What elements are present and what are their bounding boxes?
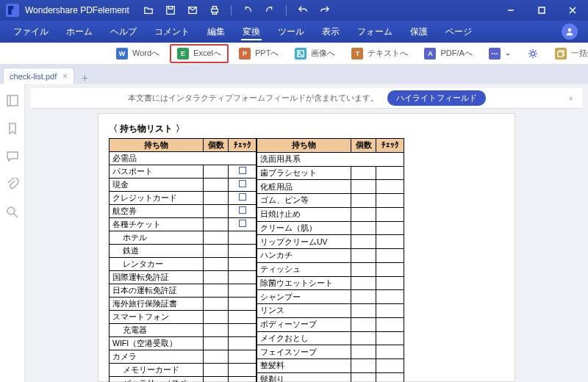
check-cell[interactable] xyxy=(229,284,257,298)
quantity-cell[interactable] xyxy=(204,231,229,245)
check-cell[interactable] xyxy=(376,276,404,290)
close-tab-icon[interactable]: × xyxy=(62,71,68,82)
ribbon-image[interactable]: 画像へ xyxy=(289,46,341,62)
check-cell[interactable] xyxy=(376,235,404,249)
menu-ヘルプ[interactable]: ヘルプ xyxy=(101,23,146,41)
checkbox-icon[interactable] xyxy=(239,206,246,214)
bookmark-icon[interactable] xyxy=(6,122,19,135)
avatar[interactable] xyxy=(562,24,578,40)
menu-ホーム[interactable]: ホーム xyxy=(57,23,101,41)
check-cell[interactable] xyxy=(376,207,404,221)
check-cell[interactable] xyxy=(229,165,257,179)
redo2-icon[interactable] xyxy=(319,4,331,16)
menu-ツール[interactable]: ツール xyxy=(269,23,313,41)
check-cell[interactable] xyxy=(376,262,404,276)
print-icon[interactable] xyxy=(209,4,220,16)
undo-icon[interactable] xyxy=(242,4,254,16)
check-cell[interactable] xyxy=(229,218,257,231)
thumbnails-icon[interactable] xyxy=(6,94,19,107)
maximize-button[interactable] xyxy=(526,0,557,21)
quantity-cell[interactable] xyxy=(204,245,229,258)
mail-icon[interactable] xyxy=(187,4,198,16)
quantity-cell[interactable] xyxy=(204,364,229,377)
check-cell[interactable] xyxy=(376,304,404,318)
quantity-cell[interactable] xyxy=(204,284,229,298)
checkbox-icon[interactable] xyxy=(239,193,246,201)
quantity-cell[interactable] xyxy=(351,166,376,180)
quantity-cell[interactable] xyxy=(204,165,229,179)
check-cell[interactable] xyxy=(376,194,404,208)
check-cell[interactable] xyxy=(229,205,257,218)
quantity-cell[interactable] xyxy=(351,249,376,263)
check-cell[interactable] xyxy=(229,245,257,258)
check-cell[interactable] xyxy=(229,364,257,377)
menu-ページ[interactable]: ページ xyxy=(437,23,481,41)
ribbon-other[interactable] xyxy=(483,46,517,62)
menu-表示[interactable]: 表示 xyxy=(313,23,348,41)
ribbon-pdfa[interactable]: APDF/Aへ xyxy=(418,46,478,62)
quantity-cell[interactable] xyxy=(351,180,376,194)
check-cell[interactable] xyxy=(229,298,257,311)
check-cell[interactable] xyxy=(376,372,404,382)
check-cell[interactable] xyxy=(376,345,404,359)
check-cell[interactable] xyxy=(376,221,404,235)
quantity-cell[interactable] xyxy=(204,258,229,271)
document-tab[interactable]: check-list.pdf × xyxy=(3,68,74,84)
menu-コメント[interactable]: コメント xyxy=(146,23,198,41)
check-cell[interactable] xyxy=(376,290,404,304)
quantity-cell[interactable] xyxy=(351,317,376,331)
ribbon-setting[interactable] xyxy=(521,46,545,62)
check-cell[interactable] xyxy=(229,311,257,324)
ribbon-ppt[interactable]: PPPTへ xyxy=(233,46,284,62)
ribbon-excel[interactable]: EExcelへ xyxy=(170,44,229,63)
quantity-cell[interactable] xyxy=(204,271,229,284)
highlight-fields-button[interactable]: ハイライトフィールド xyxy=(387,90,486,106)
check-cell[interactable] xyxy=(376,317,404,331)
check-cell[interactable] xyxy=(229,377,257,383)
quantity-cell[interactable] xyxy=(204,218,229,231)
checkbox-icon[interactable] xyxy=(239,167,246,174)
redo-icon[interactable] xyxy=(264,4,276,16)
close-info-icon[interactable]: × xyxy=(569,94,573,103)
open-icon[interactable] xyxy=(143,4,154,16)
quantity-cell[interactable] xyxy=(351,235,376,249)
check-cell[interactable] xyxy=(376,166,404,180)
menu-ファイル[interactable]: ファイル xyxy=(4,23,57,41)
check-cell[interactable] xyxy=(229,271,257,284)
check-cell[interactable] xyxy=(229,231,257,245)
quantity-cell[interactable] xyxy=(351,359,376,373)
close-button[interactable] xyxy=(557,0,588,21)
quantity-cell[interactable] xyxy=(204,205,229,218)
checkbox-icon[interactable] xyxy=(239,180,246,187)
menu-変換[interactable]: 変換 xyxy=(234,23,269,41)
check-cell[interactable] xyxy=(376,249,404,263)
quantity-cell[interactable] xyxy=(204,311,229,324)
ribbon-batch[interactable]: 一括処理 xyxy=(549,46,588,62)
undo2-icon[interactable] xyxy=(297,4,309,16)
check-cell[interactable] xyxy=(229,337,257,350)
ribbon-text[interactable]: Tテキストへ xyxy=(345,46,414,62)
new-tab-button[interactable]: + xyxy=(74,72,95,84)
attachment-icon[interactable] xyxy=(6,178,19,191)
quantity-cell[interactable] xyxy=(351,290,376,304)
check-cell[interactable] xyxy=(229,258,257,271)
quantity-cell[interactable] xyxy=(351,331,376,345)
quantity-cell[interactable] xyxy=(351,276,376,290)
quantity-cell[interactable] xyxy=(351,304,376,318)
check-cell[interactable] xyxy=(376,359,404,373)
quantity-cell[interactable] xyxy=(204,350,229,364)
comment-icon[interactable] xyxy=(6,150,19,163)
check-cell[interactable] xyxy=(229,192,257,205)
quantity-cell[interactable] xyxy=(204,192,229,205)
quantity-cell[interactable] xyxy=(351,194,376,208)
quantity-cell[interactable] xyxy=(204,377,229,383)
quantity-cell[interactable] xyxy=(204,298,229,311)
quantity-cell[interactable] xyxy=(351,345,376,359)
check-cell[interactable] xyxy=(376,180,404,194)
quantity-cell[interactable] xyxy=(351,207,376,221)
quantity-cell[interactable] xyxy=(351,262,376,276)
quantity-cell[interactable] xyxy=(204,337,229,350)
quantity-cell[interactable] xyxy=(351,221,376,235)
quantity-cell[interactable] xyxy=(204,179,229,192)
search-icon[interactable] xyxy=(6,206,19,219)
